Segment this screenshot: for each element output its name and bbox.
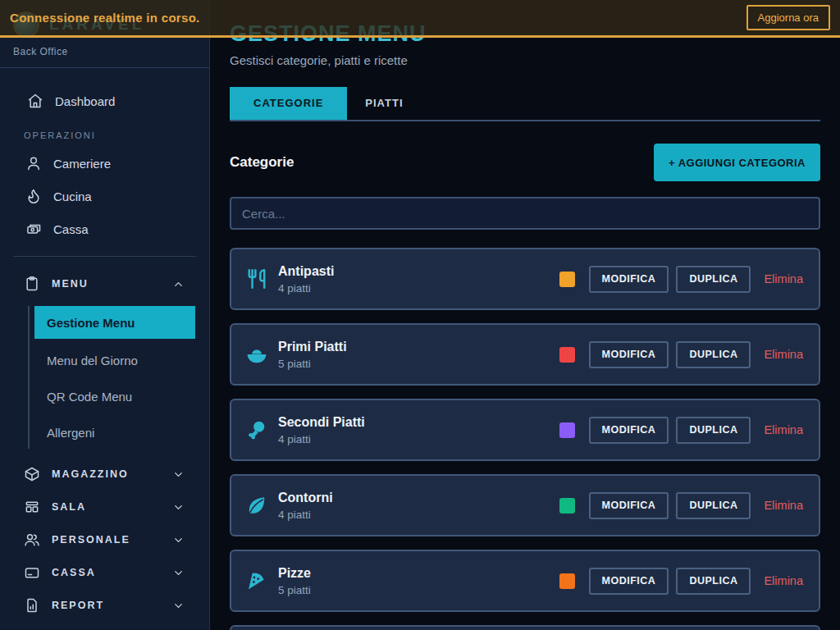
chevron-down-icon [172,468,185,481]
clipboard-icon [24,276,40,292]
menu-submenu: Gestione Menu Menu del Giorno QR Code Me… [0,306,209,450]
category-count: 4 piatti [278,433,365,445]
duplicate-button[interactable]: DUPLICA [676,568,751,595]
sidebar-item-label: Dashboard [55,94,115,108]
tab-categorie[interactable]: CATEGORIE [230,87,347,120]
category-name: Primi Piatti [278,340,347,354]
flame-icon [25,188,42,204]
sidebar-item-cameriere[interactable]: Cameriere [0,147,209,180]
category-count: 5 piatti [278,584,311,596]
category-count: 5 piatti [278,358,347,370]
sidebar-item-label: Cucina [53,189,92,203]
sidebar-section-operazioni: OPERAZIONI [0,117,209,147]
sidebar-item-gestione-menu[interactable]: Gestione Menu [34,306,195,339]
chevron-down-icon [172,600,185,612]
category-icon [246,344,267,365]
search-input[interactable] [230,197,820,230]
category-color-chip [559,347,575,363]
realtime-banner: Connessione realtime in corso. Aggiorna … [0,0,840,38]
sidebar-group-label: PERSONALE [52,534,172,546]
category-color-chip [559,498,575,514]
modify-button[interactable]: MODIFICA [589,417,669,444]
card-icon [24,564,40,581]
modify-button[interactable]: MODIFICA [589,266,669,293]
user-icon [25,155,42,171]
sidebar-item-label: Cameriere [53,157,111,171]
modify-button[interactable]: MODIFICA [589,492,669,519]
duplicate-button[interactable]: DUPLICA [676,417,751,444]
sidebar-group-cassa[interactable]: CASSA [0,556,209,589]
modify-button[interactable]: MODIFICA [589,568,669,595]
layout-icon [24,499,40,515]
delete-link[interactable]: Elimina [764,423,803,436]
sidebar-group-report[interactable]: REPORT [0,589,209,622]
sidebar-group-label: MAGAZZINO [52,468,172,480]
duplicate-button[interactable]: DUPLICA [676,266,751,293]
users-icon [24,532,40,548]
category-count: 4 piatti [278,282,334,294]
realtime-banner-message: Connessione realtime in corso. [10,11,200,25]
category-count: 4 piatti [278,509,333,521]
sidebar-group-sala[interactable]: SALA [0,491,209,523]
category-row: Secondi Piatti 4 piatti MODIFICA DUPLICA… [230,399,820,461]
sidebar-item-label: Cassa [53,222,89,236]
tab-piatti[interactable]: PIATTI [347,87,421,120]
sidebar-group-label: REPORT [52,600,172,611]
duplicate-button[interactable]: DUPLICA [676,341,751,368]
add-category-button[interactable]: + AGGIUNGI CATEGORIA [654,144,820,181]
sidebar-group-label: CASSA [52,567,172,578]
report-icon [24,597,40,614]
category-row: Pizze 5 piatti MODIFICA DUPLICA Elimina [230,550,820,612]
cube-icon [24,466,40,482]
sidebar-item-cassa[interactable]: Cassa [0,212,209,245]
category-list: Antipasti 4 piatti MODIFICA DUPLICA Elim… [230,248,820,630]
sidebar: LARAVEL Back Office Dashboard OPERAZIONI… [0,0,210,630]
sidebar-nav: Dashboard OPERAZIONI Cameriere Cucina Ca… [0,68,209,630]
delete-link[interactable]: Elimina [764,574,803,587]
sidebar-item-cucina[interactable]: Cucina [0,180,209,212]
home-icon [27,93,43,109]
sidebar-group-label: MENU [52,278,172,290]
chevron-down-icon [172,501,185,514]
cash-icon [25,221,42,237]
category-name: Pizze [278,566,311,581]
sidebar-divider [13,256,196,257]
category-color-chip [559,573,575,589]
sidebar-group-magazzino[interactable]: MAGAZZINO [0,458,209,491]
refresh-now-button[interactable]: Aggiorna ora [746,5,830,30]
category-icon [246,495,267,516]
sidebar-subtitle: Back Office [13,46,196,57]
category-name: Contorni [278,491,333,505]
main-content: GESTIONE MENU Gestisci categorie, piatti… [210,0,840,630]
sidebar-item-allergeni[interactable]: Allergeni [0,414,209,450]
sidebar-item-qr-code-menu[interactable]: QR Code Menu [0,378,209,414]
category-row-partial [230,625,820,630]
chevron-up-icon [172,278,185,290]
category-name: Secondi Piatti [278,415,365,430]
delete-link[interactable]: Elimina [764,272,803,285]
category-icon [246,419,267,441]
chevron-down-icon [172,567,185,579]
delete-link[interactable]: Elimina [764,348,803,361]
category-name: Antipasti [278,264,334,279]
category-row: Antipasti 4 piatti MODIFICA DUPLICA Elim… [230,248,820,310]
sidebar-item-dashboard[interactable]: Dashboard [0,84,209,117]
section-heading: Categorie [230,154,294,171]
page-subtitle: Gestisci categorie, piatti e ricette [230,53,820,67]
category-row: Primi Piatti 5 piatti MODIFICA DUPLICA E… [230,323,820,386]
category-icon [246,268,267,290]
sidebar-group-analisi[interactable]: ANALISI [0,622,209,630]
duplicate-button[interactable]: DUPLICA [676,492,751,519]
category-icon [246,570,267,591]
category-color-chip [559,272,575,287]
chevron-down-icon [172,534,185,546]
category-color-chip [559,422,575,438]
sidebar-item-menu-del-giorno[interactable]: Menu del Giorno [0,342,209,378]
tab-bar: CATEGORIE PIATTI [230,87,820,121]
category-row: Contorni 4 piatti MODIFICA DUPLICA Elimi… [230,474,820,536]
modify-button[interactable]: MODIFICA [589,341,669,368]
sidebar-group-label: SALA [52,501,172,513]
sidebar-group-personale[interactable]: PERSONALE [0,523,209,556]
delete-link[interactable]: Elimina [764,499,803,512]
sidebar-group-menu[interactable]: MENU [0,267,209,300]
